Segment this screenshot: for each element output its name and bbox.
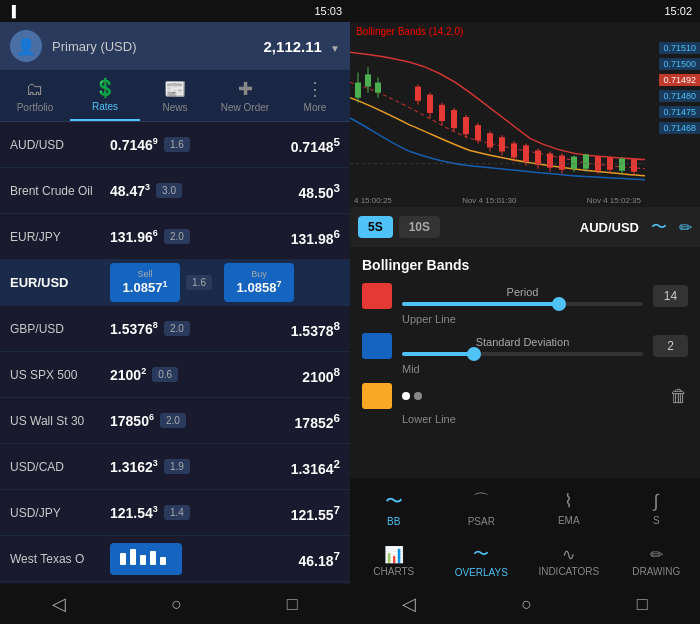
market-price1: 131.966: [110, 228, 158, 245]
left-bottom-nav: ◁ ○ □: [0, 584, 350, 624]
overlays-icon: 〜: [473, 544, 489, 565]
price-label: 0.71475: [659, 106, 700, 118]
time-label: Nov 4 15:02:35: [587, 196, 641, 205]
deviation-fill: [402, 352, 474, 356]
tab-portfolio[interactable]: 🗂 Portfolio: [0, 70, 70, 121]
sell-label: Sell: [120, 269, 170, 279]
buy-button[interactable]: Buy 1.08587: [224, 263, 294, 301]
time-label: Nov 4 15:01:30: [462, 196, 516, 205]
period-fill: [402, 302, 559, 306]
svg-rect-2: [140, 555, 146, 565]
list-item[interactable]: US Wall St 30 178506 2.0 178526: [0, 398, 350, 444]
period-row: Period 14: [362, 283, 688, 309]
right-bottom-nav: ◁ ○ □: [350, 584, 700, 624]
status-right: 15:03: [314, 5, 342, 17]
market-price2: 48.503: [298, 181, 340, 201]
tab-new-order[interactable]: ✚ New Order: [210, 70, 280, 121]
home-button[interactable]: ○: [171, 594, 182, 615]
market-spread: 1.6: [186, 275, 212, 290]
list-item[interactable]: West Texas O 46.187: [0, 536, 350, 582]
svg-rect-38: [571, 157, 577, 169]
market-spread: 1.6: [164, 137, 190, 152]
status-left-icons: ▐: [8, 5, 16, 17]
list-item[interactable]: USD/JPY 121.543 1.4 121.557: [0, 490, 350, 536]
right-home-button[interactable]: ○: [521, 594, 532, 615]
market-name: AUD/USD: [10, 138, 110, 152]
list-item[interactable]: AUD/USD 0.71469 1.6 0.71485: [0, 122, 350, 168]
list-item[interactable]: EUR/JPY 131.966 2.0 131.986: [0, 214, 350, 260]
drawing-icon: ✏: [650, 545, 663, 564]
left-status-bar: ▐ 15:03: [0, 0, 350, 22]
market-name: USD/CAD: [10, 460, 110, 474]
signal-icon: ▐: [8, 5, 16, 17]
market-name: US SPX 500: [10, 368, 110, 382]
market-spread: 1.4: [164, 505, 190, 520]
list-item[interactable]: EUR/USD Sell 1.08571 1.6 Buy 1.08587: [0, 260, 350, 306]
market-name: GBP/USD: [10, 322, 110, 336]
period-slider-section: Period: [402, 286, 643, 306]
psar-icon: ⌒: [472, 489, 490, 513]
period-thumb[interactable]: [552, 297, 566, 311]
tab-ema-label: EMA: [558, 515, 580, 526]
svg-rect-18: [451, 110, 457, 128]
price-label: 0.71468: [659, 122, 700, 134]
lower-line-color: [362, 383, 392, 409]
pencil-icon[interactable]: ✏: [679, 218, 692, 237]
deviation-thumb[interactable]: [467, 347, 481, 361]
chevron-down-icon: ▼: [330, 43, 340, 54]
upper-line-color: [362, 283, 392, 309]
5s-button[interactable]: 5S: [358, 216, 393, 238]
right-panel: 15:02 Bollinger Bands (14,2,0): [350, 0, 700, 624]
tab-indicators[interactable]: ∿ INDICATORS: [525, 538, 613, 584]
svg-rect-0: [120, 553, 126, 565]
tab-psar[interactable]: ⌒ PSAR: [438, 478, 526, 538]
list-item[interactable]: GBP/USD 1.53768 2.0 1.53788: [0, 306, 350, 352]
tab-news[interactable]: 📰 News: [140, 70, 210, 121]
drawing-label: DRAWING: [632, 566, 680, 577]
price-label: 0.71480: [659, 90, 700, 102]
market-name: West Texas O: [10, 552, 110, 566]
svg-rect-28: [511, 143, 517, 157]
tab-charts[interactable]: 📊 CHARTS: [350, 538, 438, 584]
account-name: Primary (USD): [52, 39, 254, 54]
bottom-tabs: 📊 CHARTS 〜 OVERLAYS ∿ INDICATORS ✏ DRAWI…: [350, 538, 700, 584]
tab-drawing[interactable]: ✏ DRAWING: [613, 538, 701, 584]
list-item[interactable]: US SPX 500 21002 0.6 21008: [0, 352, 350, 398]
price-label: 0.71510: [659, 42, 700, 54]
svg-rect-6: [355, 83, 361, 98]
tab-overlays[interactable]: 〜 OVERLAYS: [438, 538, 526, 584]
period-track[interactable]: [402, 302, 643, 306]
square-button[interactable]: □: [287, 594, 298, 615]
list-item[interactable]: Brent Crude Oil 48.473 3.0 48.503: [0, 168, 350, 214]
tab-new-order-label: New Order: [221, 102, 269, 113]
tab-more-label: More: [304, 102, 327, 113]
market-list: AUD/USD 0.71469 1.6 0.71485 Brent Crude …: [0, 122, 350, 584]
tab-bb[interactable]: 〜 BB: [350, 478, 438, 538]
account-header[interactable]: 👤 Primary (USD) 2,112.11 ▼: [0, 22, 350, 70]
price-label: 0.71500: [659, 58, 700, 70]
tab-more[interactable]: ⋮ More: [280, 70, 350, 121]
svg-rect-24: [487, 133, 493, 147]
list-item[interactable]: USD/CAD 1.31623 1.9 1.31642: [0, 444, 350, 490]
market-spread: 2.0: [164, 229, 190, 244]
sell-button[interactable]: Sell 1.08571: [110, 263, 180, 301]
waveform-icon[interactable]: 〜: [651, 217, 667, 238]
deviation-track[interactable]: [402, 352, 643, 356]
svg-rect-40: [583, 155, 589, 169]
right-back-button[interactable]: ◁: [402, 593, 416, 615]
back-button[interactable]: ◁: [52, 593, 66, 615]
market-price2: 178526: [295, 411, 340, 431]
10s-button[interactable]: 10S: [399, 216, 440, 238]
svg-rect-20: [463, 117, 469, 134]
market-price1: 21002: [110, 366, 146, 383]
ema-icon: ⌇: [564, 490, 573, 512]
tab-ema[interactable]: ⌇ EMA: [525, 478, 613, 538]
tab-rates[interactable]: 💲 Rates: [70, 70, 140, 121]
period-label: Period: [402, 286, 643, 298]
tab-s[interactable]: ∫ S: [613, 478, 701, 538]
new-order-icon: ✚: [238, 78, 253, 100]
right-square-button[interactable]: □: [637, 594, 648, 615]
delete-button[interactable]: 🗑: [670, 386, 688, 407]
nav-tabs: 🗂 Portfolio 💲 Rates 📰 News ✚ New Order ⋮…: [0, 70, 350, 122]
avatar: 👤: [10, 30, 42, 62]
